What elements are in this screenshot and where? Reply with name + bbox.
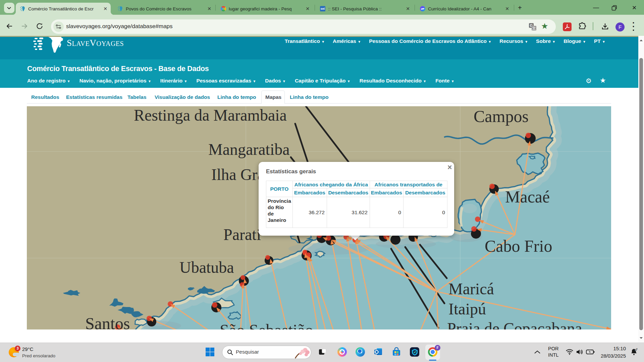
- svg-text:Itaipú: Itaipú: [448, 300, 486, 318]
- svg-text:Parati: Parati: [223, 226, 261, 243]
- svg-text:Restinga da Marambaia: Restinga da Marambaia: [134, 106, 287, 124]
- svg-text:Macaé: Macaé: [505, 187, 550, 206]
- svg-text:São Sebastião: São Sebastião: [220, 321, 313, 329]
- svg-text:Santos: Santos: [85, 314, 130, 329]
- svg-text:Cabo Frio: Cabo Frio: [485, 237, 552, 255]
- svg-text:Praia de Copacabana: Praia de Copacabana: [447, 319, 582, 329]
- svg-text:Maricá: Maricá: [448, 280, 494, 298]
- svg-text:Campos: Campos: [474, 107, 529, 126]
- svg-text:Mangaratiba: Mangaratiba: [208, 140, 290, 158]
- svg-text:Ubatuba: Ubatuba: [179, 258, 234, 276]
- svg-text:文: 文: [532, 26, 536, 30]
- svg-text:z: z: [636, 348, 638, 350]
